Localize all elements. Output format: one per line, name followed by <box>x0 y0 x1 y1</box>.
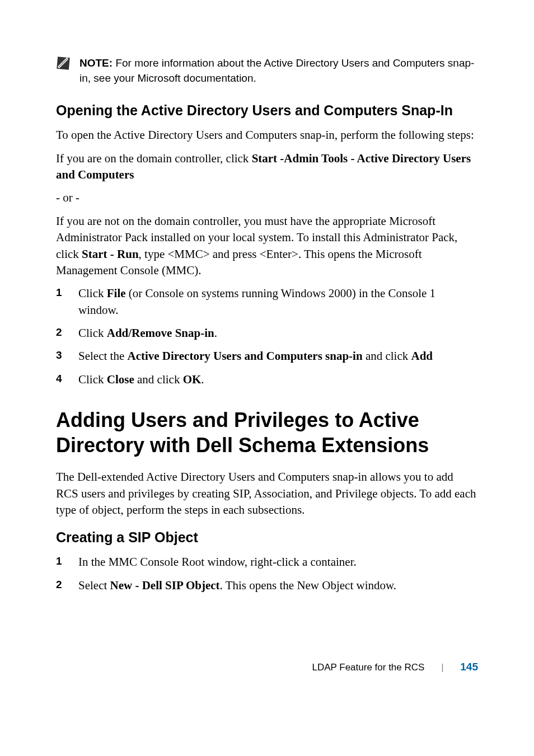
paragraph-or: - or - <box>56 190 478 206</box>
heading-creating-sip: Creating a SIP Object <box>56 529 478 546</box>
list-item: Select the Active Directory Users and Co… <box>56 348 478 364</box>
note-text: NOTE: For more information about the Act… <box>79 56 478 86</box>
page-number: 145 <box>460 661 478 673</box>
note-icon <box>56 56 71 71</box>
note-body: For more information about the Active Di… <box>79 57 474 84</box>
heading-adding-users: Adding Users and Privileges to Active Di… <box>56 407 478 458</box>
list-item: Click Add/Remove Snap-in. <box>56 325 478 341</box>
list-item: Click File (or Console on systems runnin… <box>56 285 478 318</box>
footer-title: LDAP Feature for the RCS <box>312 662 424 673</box>
paragraph: To open the Active Directory Users and C… <box>56 127 478 143</box>
list-item: Click Close and click OK. <box>56 372 478 388</box>
ordered-list-sip: In the MMC Console Root window, right-cl… <box>56 554 478 594</box>
list-item: Select New - Dell SIP Object. This opens… <box>56 577 478 594</box>
page-footer: LDAP Feature for the RCS | 145 <box>56 661 478 673</box>
paragraph: The Dell-extended Active Directory Users… <box>56 469 478 518</box>
ordered-list-snapin: Click File (or Console on systems runnin… <box>56 285 478 388</box>
heading-opening-snapin: Opening the Active Directory Users and C… <box>56 102 478 119</box>
paragraph: If you are not on the domain controller,… <box>56 213 478 279</box>
note-block: NOTE: For more information about the Act… <box>56 56 478 86</box>
list-item: In the MMC Console Root window, right-cl… <box>56 554 478 570</box>
footer-separator: | <box>441 662 443 673</box>
note-label: NOTE: <box>79 57 113 69</box>
paragraph: If you are on the domain controller, cli… <box>56 151 478 184</box>
